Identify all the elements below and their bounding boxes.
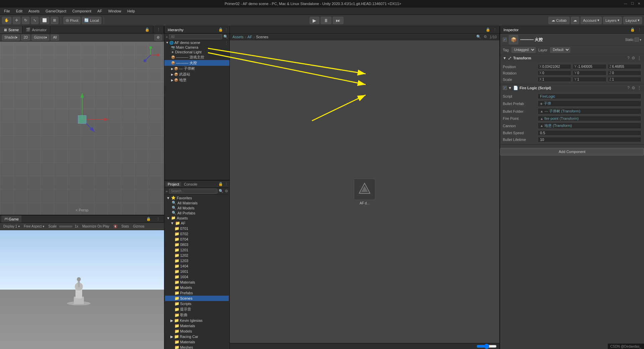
firelogic-settings-icon[interactable]: ⚙ <box>632 86 635 90</box>
hierarchy-item-scene[interactable]: ▼ 🌐 AF demo scene ⋮ <box>164 40 229 45</box>
hierarchy-item-maincamera[interactable]: 📷 Main Camera <box>164 45 229 50</box>
menu-assets[interactable]: Assets <box>26 8 42 14</box>
static-checkbox[interactable] <box>635 38 639 42</box>
folder-hints[interactable]: 📁 提示音 <box>165 306 229 312</box>
play-button[interactable]: ▶ <box>310 17 319 24</box>
breadcrumb-af[interactable]: AF <box>248 35 252 39</box>
hierarchy-item-gamectrl[interactable]: 📦 ---------- 游戏主控 <box>164 54 229 60</box>
account-button[interactable]: Account ▾ <box>581 17 602 24</box>
scale-z-field[interactable]: Z 1 <box>608 77 641 82</box>
scene-more-btn[interactable]: ⋮ <box>153 26 164 33</box>
firelogic-info-icon[interactable]: ? <box>627 86 630 90</box>
menu-window[interactable]: Window <box>105 8 124 14</box>
tool-hand[interactable]: ✋ <box>2 17 11 24</box>
menu-gameobject[interactable]: GameObject <box>43 8 69 14</box>
pause-button[interactable]: ⏸ <box>321 17 331 24</box>
services-button[interactable]: ☁ <box>571 17 579 24</box>
firelogic-more-icon[interactable]: ⋮ <box>637 86 641 90</box>
game-more-btn[interactable]: ⋮ <box>154 215 163 222</box>
tool-scale[interactable]: ⤡ <box>31 17 39 24</box>
tool-rotate[interactable]: ↻ <box>22 17 30 24</box>
inspector-lock[interactable]: 🔒 <box>629 28 636 32</box>
firelogic-enabled[interactable] <box>503 86 507 90</box>
layer-dropdown[interactable]: Default <box>550 47 570 53</box>
aspect-dropdown[interactable]: Free Aspect ▾ <box>22 224 46 229</box>
tab-console[interactable]: Console <box>182 182 199 186</box>
pivot-button[interactable]: ◎ Pivot <box>63 17 80 24</box>
project-lock[interactable]: 🔒 <box>218 182 223 186</box>
hierarchy-item-bullet[interactable]: ▶ 📦 --- 子弹树 <box>164 66 229 71</box>
folder-1201[interactable]: 📁 1201 <box>165 247 229 253</box>
menu-edit[interactable]: Edit <box>13 8 25 14</box>
hierarchy-add-btn[interactable]: + <box>166 35 168 39</box>
asset-more-btn[interactable]: ⋮ <box>492 28 498 32</box>
static-toggle[interactable]: Static ▾ <box>625 38 641 42</box>
position-y-field[interactable]: Y -1.640005 <box>573 64 606 69</box>
hierarchy-lock[interactable]: 🔒 <box>218 28 223 32</box>
folder-racing-meshes[interactable]: 📁 Meshes <box>165 345 229 349</box>
folder-1404[interactable]: 📁 1404 <box>165 263 229 269</box>
folder-prefabs[interactable]: 📁 Prefabs <box>165 290 229 296</box>
folder-0803[interactable]: 📁 0803 <box>165 242 229 247</box>
position-x-field[interactable]: X 0.03421062 <box>538 64 571 69</box>
hierarchy-item-settings[interactable]: ⋮ <box>225 41 228 45</box>
display-dropdown[interactable]: Display 1 ▾ <box>2 224 21 229</box>
scale-x-field[interactable]: X 1 <box>538 77 571 82</box>
folder-kevin-mat[interactable]: 📁 Materials <box>165 323 229 329</box>
tool-move[interactable]: ✛ <box>13 17 20 24</box>
bullet-prefab-value[interactable]: ◈ 子弹 <box>538 100 641 107</box>
scene-view[interactable]: Shaded▾ 2D Gizmos▾ All ⚙ <box>0 34 164 215</box>
favorites-header[interactable]: ▼ ⭐ Favorites <box>165 195 229 200</box>
script-field-value[interactable]: FireLogic <box>538 94 641 99</box>
game-lock-btn[interactable]: 🔒 <box>144 215 154 222</box>
folder-racing[interactable]: ▶ 📁 Racing Car <box>165 334 229 339</box>
folder-kevin-models[interactable]: 📁 Models <box>165 329 229 334</box>
bullet-lifetime-value[interactable]: 10 <box>538 137 641 142</box>
tool-rect[interactable]: ⬜ <box>40 17 49 24</box>
transform-header[interactable]: ▼ ⤢ Transform ? ⚙ ⋮ <box>500 54 644 62</box>
hierarchy-item-weapon[interactable]: ▶ 📦 武器站 <box>164 71 229 77</box>
close-button[interactable]: ✕ <box>637 1 641 6</box>
folder-0701[interactable]: 📁 0701 <box>165 226 229 231</box>
folder-0702[interactable]: 📁 0702 <box>165 231 229 237</box>
transform-settings-icon[interactable]: ⚙ <box>632 56 635 60</box>
asset-zoom-slider[interactable] <box>477 344 497 349</box>
position-z-field[interactable]: Z 6.46855 <box>608 64 641 69</box>
hierarchy-search-input[interactable] <box>169 34 222 39</box>
game-gizmos-btn[interactable]: Gizmos <box>132 224 146 229</box>
folder-af[interactable]: ▼ 📁 AF <box>165 220 229 226</box>
transform-more-icon[interactable]: ⋮ <box>637 56 641 60</box>
menu-help[interactable]: Help <box>125 8 138 14</box>
tag-dropdown[interactable]: Untagged <box>512 47 536 53</box>
asset-settings-btn[interactable]: ⚙ <box>484 35 487 39</box>
tab-inspector[interactable]: Inspector <box>501 28 521 32</box>
cannon-value[interactable]: ▲ 地堡 (Transform) <box>538 122 641 129</box>
tab-animator[interactable]: 🎬 Animator <box>22 26 50 33</box>
shading-dropdown[interactable]: Shaded▾ <box>2 35 20 41</box>
scale-y-field[interactable]: Y 1 <box>573 77 606 82</box>
search-asset-btn[interactable]: 🔍 <box>476 35 481 39</box>
window-controls[interactable]: — ☐ ✕ <box>623 1 641 6</box>
maximize-button[interactable]: ☐ <box>630 1 635 6</box>
fav-all-materials[interactable]: 🔍 All Materials <box>165 200 229 205</box>
stats-btn[interactable]: Stats <box>120 224 130 229</box>
project-settings-icon[interactable]: ⚙ <box>225 189 228 193</box>
bullet-speed-value[interactable]: 0.5 <box>538 130 641 136</box>
breadcrumb-assets[interactable]: Assets <box>232 35 244 39</box>
all-btn[interactable]: All <box>51 35 59 41</box>
object-enabled-checkbox[interactable] <box>503 38 507 42</box>
inspector-more[interactable]: ⋮ <box>636 28 643 32</box>
fav-all-models[interactable]: 🔍 All Models <box>165 205 229 210</box>
hierarchy-more[interactable]: ⋮ <box>224 28 228 32</box>
folder-1203[interactable]: 📁 1203 <box>165 258 229 263</box>
folder-music[interactable]: 📁 歌曲 <box>165 312 229 318</box>
tab-project[interactable]: Project <box>166 182 181 186</box>
fav-all-prefabs[interactable]: 🔍 All Prefabs <box>165 210 229 215</box>
transform-info-icon[interactable]: ? <box>627 56 630 60</box>
asset-icon-box[interactable] <box>354 179 375 200</box>
maximize-btn[interactable]: Maximize On Play <box>81 224 111 229</box>
hierarchy-item-firectrl[interactable]: 📦 ---------- 火控 <box>164 60 229 66</box>
scene-settings-btn[interactable]: ⚙ <box>154 35 162 41</box>
folder-1202[interactable]: 📁 1202 <box>165 253 229 258</box>
folder-models[interactable]: 📁 Models <box>165 285 229 290</box>
